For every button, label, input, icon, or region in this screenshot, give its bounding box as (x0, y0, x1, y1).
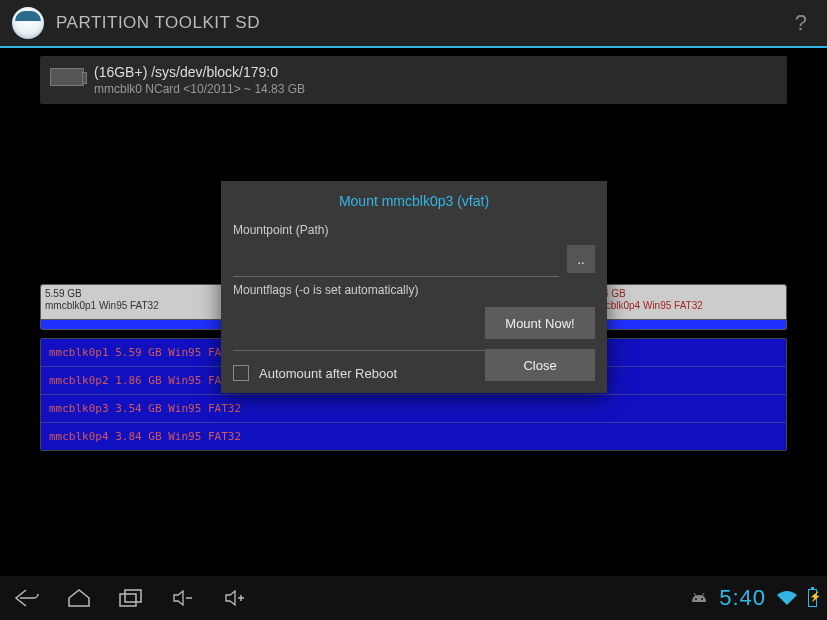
svg-point-5 (695, 598, 697, 600)
storage-icon (50, 68, 84, 86)
volume-up-button[interactable] (218, 581, 252, 615)
partition-row[interactable]: mmcblk0p3 3.54 GB Win95 FAT32 (41, 395, 786, 423)
mountflags-label: Mountflags (-o is set automatically) (233, 283, 595, 297)
app-title: PARTITION TOOLKIT SD (56, 13, 787, 33)
mount-dialog: Mount mmcblk0p3 (vfat) Mountpoint (Path)… (221, 181, 607, 393)
device-card[interactable]: (16GB+) /sys/dev/block/179:0 mmcblk0 NCa… (40, 56, 787, 104)
browse-button[interactable]: .. (567, 245, 595, 273)
svg-line-7 (694, 593, 696, 596)
svg-line-8 (702, 593, 704, 596)
mountpoint-input[interactable] (233, 237, 559, 277)
app-icon (12, 7, 44, 39)
mountflags-input[interactable] (233, 307, 485, 351)
svg-rect-0 (120, 594, 136, 606)
dialog-title: Mount mmcblk0p3 (vfat) (233, 181, 595, 217)
wifi-icon (776, 589, 798, 607)
partition-row[interactable]: mmcblk0p4 3.84 GB Win95 FAT32 (41, 423, 786, 450)
help-icon[interactable]: ? (787, 10, 815, 36)
android-icon (689, 590, 709, 606)
battery-charging-icon (808, 589, 817, 607)
clock[interactable]: 5:40 (719, 585, 766, 611)
home-button[interactable] (62, 581, 96, 615)
device-path: (16GB+) /sys/dev/block/179:0 (94, 64, 305, 80)
mountpoint-label: Mountpoint (Path) (233, 223, 595, 237)
mount-now-button[interactable]: Mount Now! (485, 307, 595, 339)
device-details: mmcblk0 NCard <10/2011> ~ 14.83 GB (94, 82, 305, 96)
action-bar: PARTITION TOOLKIT SD ? (0, 0, 827, 48)
automount-checkbox[interactable] (233, 365, 249, 381)
close-button[interactable]: Close (485, 349, 595, 381)
partition-segment-4[interactable]: 84 GB mcblk0p4 Win95 FAT32 (593, 285, 786, 319)
volume-down-button[interactable] (166, 581, 200, 615)
svg-point-6 (701, 598, 703, 600)
automount-label: Automount after Reboot (259, 366, 397, 381)
recent-apps-button[interactable] (114, 581, 148, 615)
svg-rect-1 (125, 590, 141, 602)
system-nav-bar: 5:40 (0, 576, 827, 620)
back-button[interactable] (10, 581, 44, 615)
